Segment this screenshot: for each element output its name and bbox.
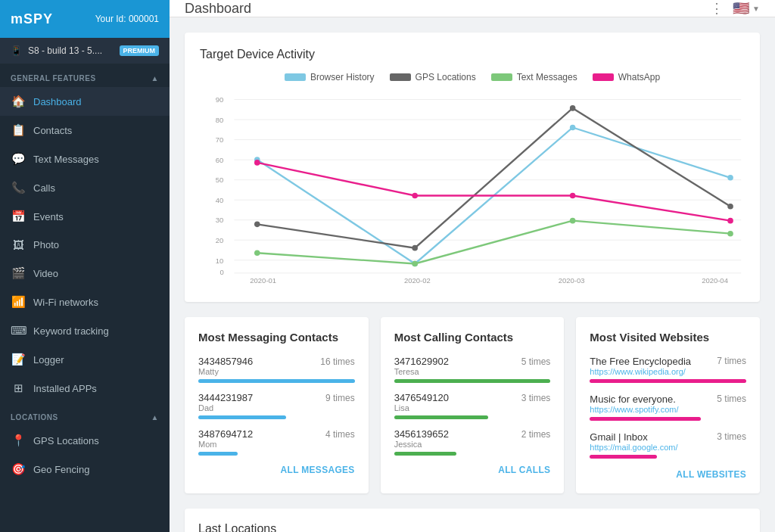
contact-name-sub: Lisa [394, 403, 551, 412]
sidebar-item-wifi[interactable]: 📶 Wi-Fi networks [0, 288, 170, 316]
menu-dots-icon[interactable]: ⋮ [710, 0, 724, 17]
sidebar-item-video[interactable]: 🎬 Video [0, 259, 170, 288]
svg-text:10: 10 [216, 257, 224, 265]
sidebar-item-logger[interactable]: 📝 Logger [0, 345, 170, 374]
contact-name-sub: Jessica [394, 440, 551, 449]
progress-bar-calling-1 [394, 379, 551, 383]
svg-point-33 [412, 261, 418, 267]
browser-history-color [285, 73, 306, 81]
progress-bar-web-3 [590, 455, 657, 459]
svg-point-34 [570, 218, 576, 224]
svg-text:50: 50 [216, 176, 224, 184]
logo: mSPY [11, 11, 53, 27]
svg-point-28 [254, 222, 260, 228]
websites-card: Most Visited Websites The Free Encyclope… [576, 317, 760, 493]
legend-gps: GPS Locations [390, 72, 476, 82]
contacts-icon: 📋 [11, 123, 26, 137]
legend-browser-label: Browser History [310, 72, 375, 82]
sidebar-item-gps[interactable]: 📍 GPS Locations [0, 426, 170, 455]
website-url[interactable]: https://www.spotify.com/ [590, 405, 678, 414]
sidebar-item-geo[interactable]: 🎯 Geo Fencing [0, 455, 170, 484]
legend-gps-label: GPS Locations [416, 72, 476, 82]
contact-times: 5 times [521, 356, 551, 367]
sidebar-item-text-messages[interactable]: 💬 Text Messages [0, 145, 170, 173]
language-selector[interactable]: 🇺🇸 ▼ [733, 0, 760, 17]
contact-number: 3434857946 [198, 356, 253, 367]
svg-point-29 [412, 245, 418, 251]
contact-number: 3471629902 [394, 356, 449, 367]
svg-text:0: 0 [220, 268, 224, 276]
svg-text:2020-04: 2020-04 [702, 276, 728, 285]
svg-text:20: 20 [216, 236, 224, 244]
calendar-icon: 📅 [11, 210, 26, 223]
gps-icon: 📍 [11, 434, 26, 447]
contact-item: 3444231987 9 times Dad [198, 392, 355, 419]
website-item: Gmail | Inbox https://mail.google.com/ 3… [590, 431, 746, 459]
website-url[interactable]: https://www.wikipedia.org/ [590, 367, 691, 376]
svg-point-37 [412, 193, 418, 199]
geo-icon: 🎯 [11, 462, 26, 476]
line-chart-svg: 90 80 70 60 50 40 30 20 10 0 [200, 90, 745, 287]
contact-number: 3444231987 [198, 392, 253, 403]
general-features-header: GENERAL FEATURES ▲ [0, 64, 170, 87]
contact-name-sub: Teresa [394, 367, 551, 376]
activity-chart-card: Target Device Activity Browser History G… [185, 33, 760, 302]
website-url[interactable]: https://mail.google.com/ [590, 443, 677, 452]
sidebar-item-dashboard[interactable]: 🏠 Dashboard [0, 87, 170, 116]
svg-text:40: 40 [216, 196, 224, 204]
svg-text:70: 70 [216, 135, 224, 144]
sidebar-item-keyword[interactable]: ⌨ Keyword tracking [0, 316, 170, 345]
keyboard-icon: ⌨ [11, 324, 26, 338]
sidebar-item-contacts[interactable]: 📋 Contacts [0, 116, 170, 145]
all-messages-link[interactable]: ALL MESSAGES [198, 465, 355, 475]
progress-bar-messaging-3 [198, 452, 238, 456]
progress-bar-calling-2 [394, 415, 488, 419]
sidebar-item-events[interactable]: 📅 Events [0, 202, 170, 231]
apps-icon: ⊞ [11, 381, 26, 395]
website-item: The Free Encyclopedia https://www.wikipe… [590, 356, 746, 383]
all-websites-link[interactable]: ALL WEBSITES [590, 469, 746, 480]
photo-icon: 🖼 [11, 238, 26, 251]
sidebar-item-label: Installed APPs [33, 383, 97, 394]
contact-item: 3487694712 4 times Mom [198, 428, 355, 456]
legend-whatsapp-label: WhatsApp [618, 72, 660, 82]
contact-number: 3476549120 [394, 392, 449, 403]
home-icon: 🏠 [11, 95, 26, 108]
contact-times: 16 times [320, 356, 354, 367]
topbar-right: ⋮ 🇺🇸 ▼ [710, 0, 760, 17]
device-icon: 📱 [11, 45, 22, 56]
sidebar-item-photo[interactable]: 🖼 Photo [0, 231, 170, 259]
contact-name-sub: Matty [198, 367, 355, 376]
svg-point-31 [727, 204, 733, 210]
svg-point-30 [570, 105, 576, 111]
topbar: Dashboard ⋮ 🇺🇸 ▼ [170, 0, 775, 17]
page-title: Dashboard [185, 1, 251, 17]
progress-bar-messaging-1 [198, 379, 355, 383]
website-name: The Free Encyclopedia [590, 356, 691, 367]
flag-icon: 🇺🇸 [733, 0, 749, 17]
svg-point-38 [570, 193, 576, 199]
all-calls-link[interactable]: ALL CALLS [394, 465, 551, 475]
device-name: S8 - build 13 - 5.... [28, 45, 114, 56]
sidebar-item-label: Contacts [33, 125, 72, 136]
stats-grid: Most Messaging Contacts 3434857946 16 ti… [185, 317, 760, 493]
contact-name-sub: Mom [198, 440, 355, 449]
device-row[interactable]: 📱 S8 - build 13 - 5.... PREMIUM [0, 38, 170, 64]
contact-times: 2 times [521, 429, 551, 440]
svg-text:2020-03: 2020-03 [559, 276, 585, 285]
legend-whatsapp: WhatsApp [593, 72, 660, 82]
messaging-title: Most Messaging Contacts [198, 331, 355, 344]
sidebar-item-label: Calls [33, 182, 55, 194]
contact-times: 4 times [325, 429, 355, 440]
sidebar-item-label: Logger [33, 354, 64, 366]
sidebar-item-calls[interactable]: 📞 Calls [0, 173, 170, 202]
locations-title: Last Locations [198, 522, 746, 532]
sidebar-item-installed-apps[interactable]: ⊞ Installed APPs [0, 374, 170, 403]
main-content: Dashboard ⋮ 🇺🇸 ▼ Target Device Activity … [170, 0, 775, 532]
svg-text:90: 90 [216, 95, 224, 104]
whatsapp-color [593, 73, 614, 81]
contact-item: 3471629902 5 times Teresa [394, 356, 551, 383]
content-area: Target Device Activity Browser History G… [170, 17, 775, 532]
logger-icon: 📝 [11, 353, 26, 366]
sidebar-item-label: Text Messages [33, 154, 99, 165]
